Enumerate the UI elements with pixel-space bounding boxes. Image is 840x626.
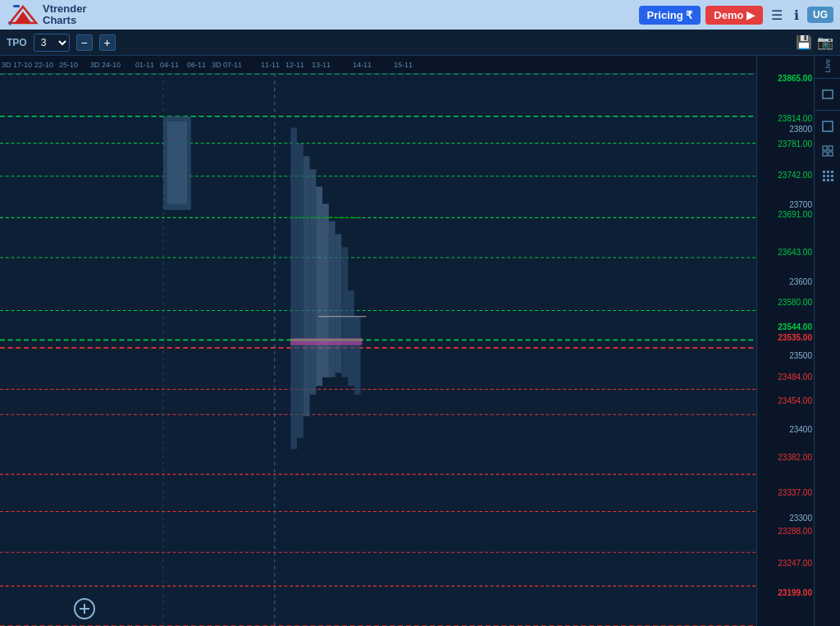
logo-text: Vtrender Charts — [43, 3, 86, 27]
avatar-button[interactable]: UG — [807, 7, 833, 23]
svg-text:V: V — [8, 21, 12, 26]
info-icon[interactable]: ℹ — [791, 6, 802, 25]
zoom-out-button[interactable]: − — [76, 34, 93, 51]
time-label-1: 3D 17-10 — [2, 61, 32, 69]
price-23865: 23865.00 — [778, 74, 812, 83]
time-label-7: 06-11 — [187, 61, 206, 69]
price-23500: 23500 — [789, 351, 812, 360]
time-label-5: 01-11 — [135, 61, 154, 69]
price-23700: 23700 — [789, 200, 812, 209]
single-chart-icon[interactable] — [817, 116, 838, 137]
svg-rect-28 — [322, 203, 329, 377]
svg-rect-45 — [829, 152, 833, 156]
header: V Vtrender Charts Pricing ₹ Demo ▶ ☰ ℹ U… — [0, 0, 840, 30]
price-23643: 23643.00 — [778, 248, 812, 257]
svg-rect-31 — [341, 247, 348, 377]
svg-rect-48 — [831, 171, 833, 173]
live-label: Live — [824, 59, 832, 73]
save-icon[interactable]: 💾 — [796, 34, 812, 50]
time-label-10: 12-11 — [285, 61, 304, 69]
price-23535: 23535.00 — [778, 333, 812, 342]
price-23544: 23544.00 — [778, 322, 812, 331]
demo-button[interactable]: Demo ▶ — [705, 6, 763, 25]
screenshot-icon[interactable]: 📷 — [817, 34, 833, 50]
svg-rect-40 — [823, 90, 833, 98]
svg-rect-50 — [827, 175, 829, 177]
svg-rect-47 — [827, 171, 829, 173]
svg-rect-33 — [354, 317, 361, 395]
svg-rect-52 — [823, 179, 825, 181]
grid-2x2-icon[interactable] — [817, 140, 838, 162]
chart-area: 3D 17-10 22-10 25-10 3D 24-10 01-11 04-1… — [0, 56, 756, 626]
menu-icon[interactable]: ☰ — [768, 6, 786, 25]
svg-rect-27 — [316, 186, 322, 386]
svg-rect-53 — [827, 179, 829, 181]
svg-rect-2 — [13, 5, 20, 7]
price-23691: 23691.00 — [778, 210, 812, 219]
right-sidebar: Live — [814, 56, 840, 626]
time-label-9: 11-11 — [261, 61, 280, 69]
period-select[interactable]: 3 5 10 15 30 — [34, 34, 70, 52]
time-label-4: 3D 24-10 — [90, 61, 121, 69]
toolbar: TPO 3 5 10 15 30 − + 💾 📷 — [0, 30, 840, 56]
time-label-8: 3D 07-11 — [212, 61, 242, 69]
svg-rect-46 — [823, 171, 825, 173]
header-buttons: Pricing ₹ Demo ▶ ☰ ℹ UG — [639, 6, 833, 25]
price-23814: 23814.00 — [778, 114, 812, 123]
svg-rect-43 — [829, 146, 833, 150]
svg-rect-22 — [167, 121, 187, 203]
svg-rect-23 — [290, 128, 297, 450]
time-label-12: 14-11 — [353, 61, 372, 69]
time-label-2: 22-10 — [34, 61, 53, 69]
svg-rect-54 — [831, 179, 833, 181]
svg-rect-51 — [831, 175, 833, 177]
svg-rect-36 — [290, 338, 362, 345]
svg-rect-24 — [297, 144, 304, 438]
price-23382: 23382.00 — [778, 453, 812, 462]
price-23781: 23781.00 — [778, 139, 812, 149]
time-label-3: 25-10 — [59, 61, 78, 69]
svg-rect-30 — [336, 234, 342, 372]
symbol-label: TPO — [7, 37, 27, 48]
price-scale: 23865.00 23814.00 23800 23781.00 23742.0… — [756, 56, 814, 626]
price-23600: 23600 — [789, 277, 812, 286]
pricing-button[interactable]: Pricing ₹ — [639, 6, 701, 25]
svg-rect-41 — [823, 121, 833, 131]
apps-icon[interactable] — [817, 165, 838, 186]
time-axis: 3D 17-10 22-10 25-10 3D 24-10 01-11 04-1… — [0, 56, 756, 74]
time-label-13: 15-11 — [394, 61, 413, 69]
price-23337: 23337.00 — [778, 488, 812, 497]
time-label-11: 13-11 — [312, 61, 331, 69]
svg-rect-26 — [310, 169, 317, 395]
logo-icon: V — [7, 3, 39, 26]
price-23742: 23742.00 — [778, 171, 812, 180]
toolbar-right: 💾 📷 — [796, 34, 833, 50]
zoom-in-button[interactable]: + — [99, 34, 116, 51]
price-23400: 23400 — [789, 425, 812, 434]
price-23288: 23288.00 — [778, 527, 812, 536]
price-23484: 23484.00 — [778, 372, 812, 382]
time-label-6: 04-11 — [160, 61, 179, 69]
svg-rect-44 — [823, 152, 827, 156]
price-23247: 23247.00 — [778, 559, 812, 568]
rectangle-icon[interactable] — [817, 84, 838, 105]
logo-area: V Vtrender Charts — [7, 3, 632, 27]
svg-rect-25 — [304, 156, 310, 416]
chart-svg — [0, 74, 756, 626]
price-23300: 23300 — [789, 514, 812, 523]
price-23454: 23454.00 — [778, 396, 812, 405]
price-23199: 23199.00 — [778, 588, 812, 597]
svg-rect-49 — [823, 175, 825, 177]
price-23580: 23580.00 — [778, 298, 812, 307]
svg-rect-29 — [329, 222, 336, 377]
svg-rect-4 — [0, 74, 756, 626]
crosshair-button[interactable] — [74, 598, 95, 619]
price-23800: 23800 — [789, 125, 812, 134]
svg-rect-42 — [823, 146, 827, 150]
